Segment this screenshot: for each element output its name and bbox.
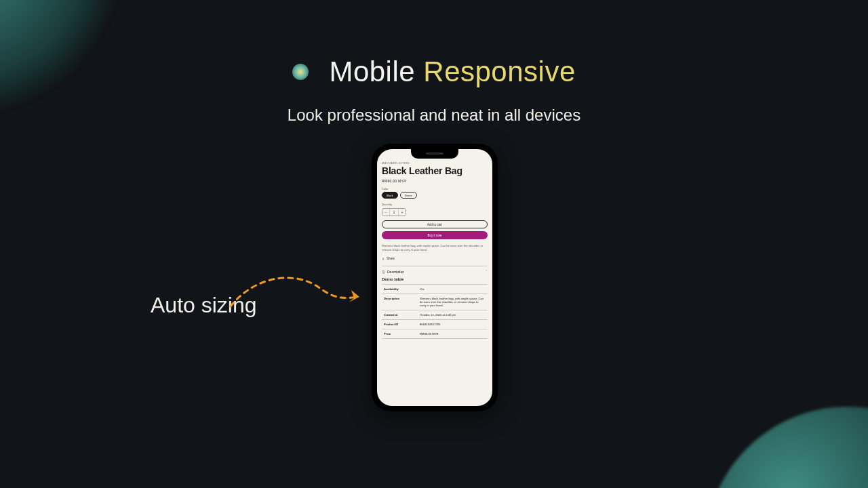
demo-table: Availability Yes Description Womens blac… bbox=[382, 284, 488, 339]
quantity-stepper: − 1 + bbox=[382, 208, 406, 216]
demo-table-title: Demo table bbox=[382, 277, 488, 281]
headline: Mobile Responsive bbox=[0, 56, 868, 88]
cell-value: RM30.00 MYR bbox=[418, 329, 488, 338]
cell-key: Description bbox=[382, 293, 418, 310]
table-row: Created at October 12, 2022 at 4:40 pm bbox=[382, 310, 488, 319]
subhead: Look professional and neat in all device… bbox=[0, 106, 868, 125]
product-price: RM90.00 MYR bbox=[382, 179, 488, 183]
quantity-label: Quantity bbox=[382, 203, 488, 206]
decor-blob-bottom-right bbox=[705, 407, 868, 488]
accordion-header[interactable]: ⓘ Description ˄ bbox=[382, 266, 488, 277]
cell-key: Created at bbox=[382, 310, 418, 319]
color-options: Black Green bbox=[382, 192, 488, 199]
color-label: Color bbox=[382, 187, 488, 190]
qty-value: 1 bbox=[389, 209, 399, 216]
chevron-up-icon: ˄ bbox=[486, 270, 488, 274]
help-icon: ⓘ bbox=[382, 270, 385, 274]
share-link[interactable]: ⇪ Share bbox=[382, 257, 488, 261]
description-accordion: ⓘ Description ˄ Demo table Availability … bbox=[382, 266, 488, 339]
product-brand: MAYNARD-STORE bbox=[382, 161, 488, 165]
table-row: Product ID 8064404357285 bbox=[382, 319, 488, 329]
cell-value: Yes bbox=[418, 284, 488, 293]
cell-key: Product ID bbox=[382, 319, 418, 329]
cell-value: Womens black leather bag, with ample spa… bbox=[418, 293, 488, 310]
headline-word-1: Mobile bbox=[329, 56, 415, 87]
headline-word-2: Responsive bbox=[423, 56, 575, 87]
table-row: Description Womens black leather bag, wi… bbox=[382, 293, 488, 310]
product-title: Black Leather Bag bbox=[382, 165, 488, 176]
product-description-paragraph: Womens black leather bag, with ample spa… bbox=[382, 244, 488, 253]
phone-mockup: MAYNARD-STORE Black Leather Bag RM90.00 … bbox=[372, 144, 498, 411]
phone-screen: MAYNARD-STORE Black Leather Bag RM90.00 … bbox=[377, 149, 492, 406]
color-option-green[interactable]: Green bbox=[400, 192, 417, 199]
add-to-cart-button[interactable]: Add to cart bbox=[382, 220, 488, 228]
share-label: Share bbox=[387, 257, 395, 260]
callout-label: Auto sizing bbox=[151, 293, 257, 318]
qty-decrement-button[interactable]: − bbox=[382, 209, 389, 216]
buy-now-button[interactable]: Buy it now bbox=[382, 231, 488, 239]
color-option-black[interactable]: Black bbox=[382, 192, 398, 199]
share-icon: ⇪ bbox=[382, 257, 384, 261]
qty-increment-button[interactable]: + bbox=[399, 209, 406, 216]
table-row: Availability Yes bbox=[382, 284, 488, 293]
table-row: Price RM30.00 MYR bbox=[382, 329, 488, 338]
cell-value: October 12, 2022 at 4:40 pm bbox=[418, 310, 488, 319]
accordion-title: Description bbox=[387, 270, 404, 274]
cell-key: Price bbox=[382, 329, 418, 338]
bullet-icon bbox=[292, 64, 309, 80]
cell-value: 8064404357285 bbox=[418, 319, 488, 329]
cell-key: Availability bbox=[382, 284, 418, 293]
